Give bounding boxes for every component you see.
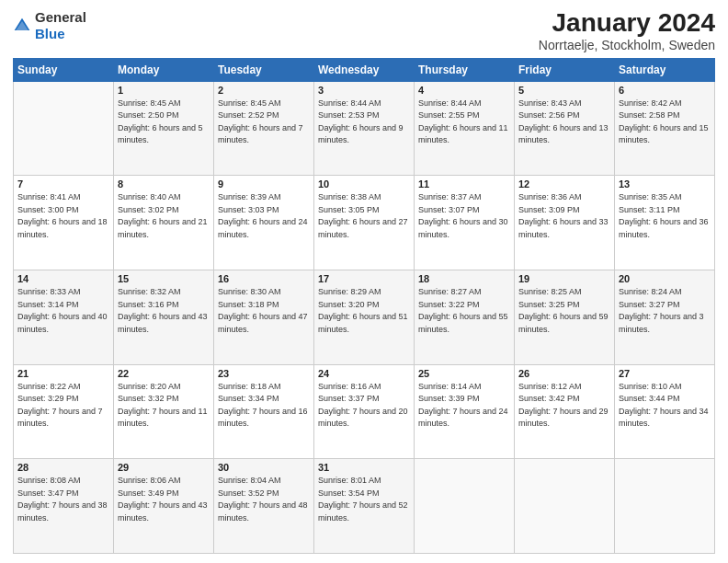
- day-number: 17: [318, 273, 410, 284]
- day-cell: 18Sunrise: 8:27 AMSunset: 3:22 PMDayligh…: [415, 270, 515, 365]
- day-info: Sunrise: 8:30 AMSunset: 3:18 PMDaylight:…: [218, 286, 310, 336]
- day-cell: 8Sunrise: 8:40 AMSunset: 3:02 PMDaylight…: [114, 176, 214, 270]
- day-info: Sunrise: 8:40 AMSunset: 3:02 PMDaylight:…: [118, 191, 210, 241]
- day-info: Sunrise: 8:04 AMSunset: 3:52 PMDaylight:…: [218, 475, 310, 524]
- week-row-4: 21Sunrise: 8:22 AMSunset: 3:29 PMDayligh…: [14, 364, 715, 459]
- day-cell: 14Sunrise: 8:33 AMSunset: 3:14 PMDayligh…: [14, 270, 114, 365]
- day-number: 9: [218, 178, 310, 190]
- day-number: 21: [17, 368, 109, 379]
- day-info: Sunrise: 8:41 AMSunset: 3:00 PMDaylight:…: [17, 191, 109, 241]
- header-wednesday: Wednesday: [314, 58, 415, 81]
- day-info: Sunrise: 8:35 AMSunset: 3:11 PMDaylight:…: [619, 191, 711, 241]
- day-cell: 30Sunrise: 8:04 AMSunset: 3:52 PMDayligh…: [214, 459, 314, 554]
- day-info: Sunrise: 8:25 AMSunset: 3:25 PMDaylight:…: [518, 286, 610, 336]
- day-number: 12: [518, 178, 610, 190]
- header: General Blue January 2024 Norrtaelje, St…: [13, 9, 715, 52]
- day-info: Sunrise: 8:10 AMSunset: 3:44 PMDaylight:…: [619, 381, 711, 431]
- day-cell: 6Sunrise: 8:42 AMSunset: 2:58 PMDaylight…: [615, 81, 715, 176]
- day-cell: 23Sunrise: 8:18 AMSunset: 3:34 PMDayligh…: [214, 364, 314, 459]
- day-info: Sunrise: 8:16 AMSunset: 3:37 PMDaylight:…: [318, 381, 410, 431]
- day-info: Sunrise: 8:38 AMSunset: 3:05 PMDaylight:…: [318, 191, 410, 241]
- day-cell: 16Sunrise: 8:30 AMSunset: 3:18 PMDayligh…: [214, 270, 314, 365]
- header-thursday: Thursday: [415, 58, 515, 81]
- day-number: 20: [619, 273, 711, 284]
- day-cell: 20Sunrise: 8:24 AMSunset: 3:27 PMDayligh…: [615, 270, 715, 365]
- day-info: Sunrise: 8:08 AMSunset: 3:47 PMDaylight:…: [17, 475, 109, 524]
- day-number: 10: [318, 178, 410, 190]
- day-cell: 27Sunrise: 8:10 AMSunset: 3:44 PMDayligh…: [615, 364, 715, 459]
- logo-icon: [13, 17, 31, 35]
- day-cell: 12Sunrise: 8:36 AMSunset: 3:09 PMDayligh…: [515, 176, 615, 270]
- day-info: Sunrise: 8:06 AMSunset: 3:49 PMDaylight:…: [118, 475, 210, 524]
- header-friday: Friday: [515, 58, 615, 81]
- day-info: Sunrise: 8:22 AMSunset: 3:29 PMDaylight:…: [17, 381, 109, 431]
- day-cell: [14, 81, 114, 176]
- day-number: 23: [218, 368, 310, 379]
- day-info: Sunrise: 8:32 AMSunset: 3:16 PMDaylight:…: [118, 286, 210, 336]
- day-cell: 25Sunrise: 8:14 AMSunset: 3:39 PMDayligh…: [415, 364, 515, 459]
- week-row-2: 7Sunrise: 8:41 AMSunset: 3:00 PMDaylight…: [14, 176, 715, 270]
- day-cell: 13Sunrise: 8:35 AMSunset: 3:11 PMDayligh…: [615, 176, 715, 270]
- day-number: 27: [619, 368, 711, 379]
- day-number: 4: [418, 85, 510, 96]
- week-row-3: 14Sunrise: 8:33 AMSunset: 3:14 PMDayligh…: [14, 270, 715, 365]
- day-number: 1: [118, 85, 210, 96]
- day-number: 7: [17, 178, 109, 190]
- day-cell: 31Sunrise: 8:01 AMSunset: 3:54 PMDayligh…: [314, 459, 415, 554]
- day-number: 19: [518, 273, 610, 284]
- day-cell: 3Sunrise: 8:44 AMSunset: 2:53 PMDaylight…: [314, 81, 415, 176]
- day-number: 11: [418, 178, 510, 190]
- day-number: 18: [418, 273, 510, 284]
- day-info: Sunrise: 8:24 AMSunset: 3:27 PMDaylight:…: [619, 286, 711, 336]
- day-cell: 7Sunrise: 8:41 AMSunset: 3:00 PMDaylight…: [14, 176, 114, 270]
- day-cell: [615, 459, 715, 554]
- day-number: 28: [17, 462, 109, 473]
- day-number: 5: [518, 85, 610, 96]
- day-info: Sunrise: 8:01 AMSunset: 3:54 PMDaylight:…: [318, 475, 410, 524]
- day-cell: 28Sunrise: 8:08 AMSunset: 3:47 PMDayligh…: [14, 459, 114, 554]
- month-title: January 2024: [539, 9, 715, 38]
- day-cell: 11Sunrise: 8:37 AMSunset: 3:07 PMDayligh…: [415, 176, 515, 270]
- day-cell: 22Sunrise: 8:20 AMSunset: 3:32 PMDayligh…: [114, 364, 214, 459]
- day-number: 8: [118, 178, 210, 190]
- day-number: 3: [318, 85, 410, 96]
- day-info: Sunrise: 8:45 AMSunset: 2:50 PMDaylight:…: [118, 98, 210, 147]
- logo-blue: Blue: [35, 26, 65, 41]
- calendar-table: Sunday Monday Tuesday Wednesday Thursday…: [13, 58, 715, 554]
- day-info: Sunrise: 8:43 AMSunset: 2:56 PMDaylight:…: [518, 98, 610, 147]
- day-cell: 4Sunrise: 8:44 AMSunset: 2:55 PMDaylight…: [415, 81, 515, 176]
- week-row-5: 28Sunrise: 8:08 AMSunset: 3:47 PMDayligh…: [14, 459, 715, 554]
- day-info: Sunrise: 8:45 AMSunset: 2:52 PMDaylight:…: [218, 98, 310, 147]
- title-section: January 2024 Norrtaelje, Stockholm, Swed…: [539, 9, 715, 52]
- day-cell: [515, 459, 615, 554]
- day-cell: 1Sunrise: 8:45 AMSunset: 2:50 PMDaylight…: [114, 81, 214, 176]
- day-number: 14: [17, 273, 109, 284]
- logo-text: General Blue: [35, 9, 86, 42]
- header-saturday: Saturday: [615, 58, 715, 81]
- day-info: Sunrise: 8:29 AMSunset: 3:20 PMDaylight:…: [318, 286, 410, 336]
- day-cell: 17Sunrise: 8:29 AMSunset: 3:20 PMDayligh…: [314, 270, 415, 365]
- day-info: Sunrise: 8:27 AMSunset: 3:22 PMDaylight:…: [418, 286, 510, 336]
- location-title: Norrtaelje, Stockholm, Sweden: [539, 38, 715, 52]
- header-tuesday: Tuesday: [214, 58, 314, 81]
- day-info: Sunrise: 8:33 AMSunset: 3:14 PMDaylight:…: [17, 286, 109, 336]
- day-cell: 26Sunrise: 8:12 AMSunset: 3:42 PMDayligh…: [515, 364, 615, 459]
- day-number: 15: [118, 273, 210, 284]
- day-info: Sunrise: 8:20 AMSunset: 3:32 PMDaylight:…: [118, 381, 210, 431]
- calendar-page: General Blue January 2024 Norrtaelje, St…: [0, 0, 728, 563]
- day-cell: 10Sunrise: 8:38 AMSunset: 3:05 PMDayligh…: [314, 176, 415, 270]
- day-number: 26: [518, 368, 610, 379]
- day-number: 24: [318, 368, 410, 379]
- day-cell: 24Sunrise: 8:16 AMSunset: 3:37 PMDayligh…: [314, 364, 415, 459]
- logo-general: General: [35, 9, 86, 25]
- day-info: Sunrise: 8:44 AMSunset: 2:53 PMDaylight:…: [318, 98, 410, 147]
- weekday-header-row: Sunday Monday Tuesday Wednesday Thursday…: [14, 58, 715, 81]
- day-number: 25: [418, 368, 510, 379]
- day-info: Sunrise: 8:12 AMSunset: 3:42 PMDaylight:…: [518, 381, 610, 431]
- day-info: Sunrise: 8:36 AMSunset: 3:09 PMDaylight:…: [518, 191, 610, 241]
- day-cell: 21Sunrise: 8:22 AMSunset: 3:29 PMDayligh…: [14, 364, 114, 459]
- day-info: Sunrise: 8:14 AMSunset: 3:39 PMDaylight:…: [418, 381, 510, 431]
- day-number: 13: [619, 178, 711, 190]
- day-cell: 9Sunrise: 8:39 AMSunset: 3:03 PMDaylight…: [214, 176, 314, 270]
- day-number: 2: [218, 85, 310, 96]
